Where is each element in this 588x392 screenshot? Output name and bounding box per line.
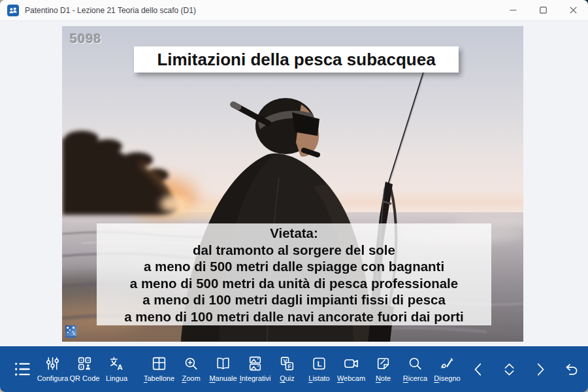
chevron-right-icon: [531, 361, 549, 378]
overlay-line: a meno di 100 metri dagli impianti fissi…: [97, 291, 491, 308]
toolbar-item-label: Manuale: [209, 374, 237, 382]
minimize-button[interactable]: [498, 0, 528, 20]
toolbar: Configura QR Code A Lingua: [0, 346, 588, 392]
toolbar-item-label: QR Code: [70, 374, 100, 382]
toolbar-item-label: Listato: [308, 374, 329, 382]
chevron-left-icon: [470, 361, 487, 378]
toolbar-item-note[interactable]: Note: [367, 346, 399, 392]
toolbar-item-configura[interactable]: Configura: [37, 346, 69, 392]
open-book-icon: [215, 355, 231, 372]
toolbar-item-label: Zoom: [182, 374, 200, 382]
slide: 5098 Limitazioni della pesca subacquea V…: [62, 26, 523, 342]
toolbar-item-label: Note: [376, 374, 391, 382]
note-pen-icon: [375, 355, 391, 372]
toolbar-item-disegno[interactable]: Disegno: [431, 346, 463, 392]
svg-text:L: L: [318, 360, 322, 368]
overlay-line: a meno di 500 metri da unità di pesca pr…: [97, 275, 491, 292]
toolbar-item-label: Quiz: [280, 374, 295, 382]
toolbar-item-manuale[interactable]: Manuale: [207, 346, 239, 392]
return-arrow-icon: [562, 361, 580, 378]
minimize-icon: [510, 7, 517, 14]
overlay-line: Vietata:: [97, 225, 491, 242]
stacked-images-icon: [247, 355, 263, 372]
qr-stamp-icon: [65, 325, 76, 338]
nav-return-button[interactable]: [555, 346, 586, 392]
search-icon: [407, 355, 423, 372]
zoom-in-icon: [183, 355, 199, 372]
toolbar-item-listato[interactable]: L Listato: [303, 346, 335, 392]
grid-icon: [151, 355, 167, 372]
true-false-icon: V F: [279, 355, 295, 372]
overlay-line: a meno di 100 metri dalle navi ancorate …: [97, 308, 491, 325]
nav-previous-button[interactable]: [463, 346, 494, 392]
toolbar-item-zoom[interactable]: Zoom: [175, 346, 207, 392]
translate-icon: A: [108, 355, 125, 372]
toolbar-item-tabellone[interactable]: Tabellone: [143, 346, 175, 392]
chevrons-up-down-icon: [500, 361, 518, 378]
toolbar-item-qr-code[interactable]: QR Code: [69, 346, 101, 392]
slide-title: Limitazioni della pesca subacquea: [134, 46, 459, 73]
toolbar-item-label: Configura: [37, 374, 69, 382]
titlebar[interactable]: Patentino D1 - Lezione 21 Teoria dello s…: [0, 0, 588, 21]
toolbar-item-ricerca[interactable]: Ricerca: [399, 346, 431, 392]
toolbar-item-label: Disegno: [434, 374, 460, 382]
nav-next-button[interactable]: [525, 346, 555, 392]
nav-index-button[interactable]: [494, 346, 525, 392]
svg-text:A: A: [118, 363, 123, 371]
people-icon[interactable]: [7, 5, 19, 16]
content-area: 5098 Limitazioni della pesca subacquea V…: [0, 21, 588, 346]
toolbar-item-webcam[interactable]: Webcam: [335, 346, 367, 392]
close-icon: [570, 7, 577, 14]
drawing-pen-icon: [439, 355, 455, 372]
sliders-icon: [44, 355, 61, 372]
maximize-button[interactable]: [528, 0, 558, 20]
letter-l-icon: L: [311, 355, 327, 372]
toolbar-item-label: Ricerca: [403, 374, 427, 382]
toolbar-item-label: Webcam: [337, 374, 365, 382]
bullet-list-icon: [13, 360, 31, 378]
app-window: Patentino D1 - Lezione 21 Teoria dello s…: [0, 0, 588, 392]
menu-list-button[interactable]: [8, 346, 37, 392]
slide-number: 5098: [70, 31, 102, 46]
maximize-icon: [540, 7, 547, 14]
svg-text:F: F: [287, 363, 291, 370]
toolbar-item-label: Lingua: [106, 374, 127, 382]
qr-code-icon: [76, 355, 93, 372]
window-title: Patentino D1 - Lezione 21 Teoria dello s…: [25, 6, 196, 15]
slide-body-text: Vietata: dal tramonto al sorgere del sol…: [97, 223, 491, 325]
toolbar-item-lingua[interactable]: A Lingua: [101, 346, 133, 392]
toolbar-item-label: Tabellone: [144, 374, 174, 382]
close-button[interactable]: [558, 0, 588, 20]
toolbar-item-quiz[interactable]: V F Quiz: [271, 346, 303, 392]
overlay-line: a meno di 500 metri dalle spiagge con ba…: [97, 258, 491, 275]
toolbar-item-integrativi[interactable]: Integrativi: [239, 346, 271, 392]
video-camera-icon: [343, 355, 359, 372]
overlay-line: dal tramonto al sorgere del sole: [97, 242, 491, 259]
toolbar-item-label: Integrativi: [240, 374, 271, 382]
